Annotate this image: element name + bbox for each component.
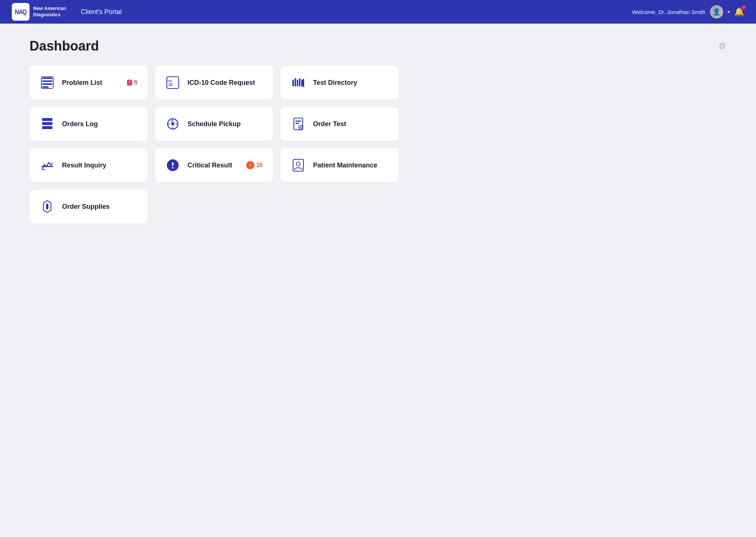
svg-point-2 <box>24 14 26 16</box>
svg-rect-5 <box>42 83 52 85</box>
svg-rect-3 <box>42 77 52 79</box>
test-directory-icon <box>291 76 306 89</box>
svg-rect-27 <box>295 121 301 122</box>
card-test-directory[interactable]: Test Directory <box>281 66 399 100</box>
card-label-critical-result: Critical Result <box>188 162 239 169</box>
page-header: Dashboard ⚙ <box>30 38 726 54</box>
svg-point-37 <box>296 162 300 166</box>
svg-rect-35 <box>172 167 173 169</box>
card-critical-result[interactable]: Critical Result!15 <box>155 148 273 182</box>
badge-count: 15 <box>256 162 263 169</box>
dashboard-grid: Problem List!5 ICD 10 ICD-10 Code Reques… <box>30 66 399 224</box>
svg-rect-18 <box>42 122 52 125</box>
notification-badge <box>742 6 746 9</box>
order-test-icon <box>291 117 306 131</box>
card-label-icd10-code: ICD-10 Code Request <box>188 79 263 87</box>
svg-rect-19 <box>42 126 52 129</box>
badge-critical-result: !15 <box>246 161 263 169</box>
svg-rect-13 <box>297 80 298 86</box>
problem-list-icon <box>40 76 55 89</box>
header: NAD New American Diagnostics Client's Po… <box>0 0 756 24</box>
card-label-orders-log: Orders Log <box>62 120 137 128</box>
card-label-test-directory: Test Directory <box>313 79 388 87</box>
order-supplies-icon <box>40 200 55 213</box>
svg-rect-28 <box>295 123 299 124</box>
welcome-text: Welcome, Dr. Jonathan Smith <box>632 9 705 15</box>
badge-icon: ! <box>127 80 132 86</box>
nav-title: Client's Portal <box>81 8 121 16</box>
svg-rect-6 <box>42 86 49 88</box>
svg-text:ICD: ICD <box>168 80 172 82</box>
svg-text:10: 10 <box>168 83 173 87</box>
card-label-schedule-pickup: Schedule Pickup <box>188 120 263 128</box>
svg-rect-34 <box>172 162 173 166</box>
header-right: Welcome, Dr. Jonathan Smith 👤 ▾ 🔔 <box>632 5 744 18</box>
logo-text: New American Diagnostics <box>33 6 66 18</box>
schedule-pickup-icon <box>165 117 180 131</box>
settings-button[interactable]: ⚙ <box>718 41 726 51</box>
svg-rect-16 <box>303 79 304 87</box>
svg-rect-39 <box>46 204 48 209</box>
card-label-problem-list: Problem List <box>62 79 120 87</box>
card-icd10-code[interactable]: ICD 10 ICD-10 Code Request <box>155 66 273 100</box>
main-content: Dashboard ⚙ Problem List!5 ICD 10 ICD-10… <box>0 24 756 238</box>
result-inquiry-icon <box>40 159 55 172</box>
logo-box: NAD <box>12 3 30 21</box>
svg-rect-11 <box>292 80 294 86</box>
card-label-order-supplies: Order Supplies <box>62 203 137 211</box>
card-label-patient-maintenance: Patient Maintenance <box>313 162 388 169</box>
svg-rect-4 <box>42 80 52 82</box>
badge-problem-list: !5 <box>127 79 137 86</box>
logo-area: NAD New American Diagnostics <box>12 3 66 21</box>
profile-dropdown-button[interactable]: ▾ <box>728 9 730 14</box>
header-left: NAD New American Diagnostics Client's Po… <box>12 3 122 21</box>
patient-maintenance-icon <box>291 159 306 172</box>
badge-icon: ! <box>246 161 254 169</box>
svg-rect-15 <box>301 80 303 86</box>
avatar: 👤 <box>710 5 723 18</box>
icd10-icon: ICD 10 <box>165 76 180 89</box>
svg-rect-12 <box>295 78 296 86</box>
svg-rect-14 <box>299 78 300 86</box>
badge-count: 5 <box>134 79 137 86</box>
orders-log-icon <box>40 117 55 131</box>
card-schedule-pickup[interactable]: Schedule Pickup <box>155 107 273 141</box>
card-label-result-inquiry: Result Inquiry <box>62 162 137 169</box>
card-result-inquiry[interactable]: Result Inquiry <box>30 148 148 182</box>
card-problem-list[interactable]: Problem List!5 <box>30 66 148 100</box>
card-order-test[interactable]: Order Test <box>281 107 399 141</box>
card-order-supplies[interactable]: Order Supplies <box>30 190 148 224</box>
page-title: Dashboard <box>30 38 99 54</box>
nad-logo-icon: NAD <box>13 4 28 19</box>
critical-result-icon <box>165 159 180 172</box>
notification-bell-button[interactable]: 🔔 <box>734 7 744 17</box>
card-label-order-test: Order Test <box>313 120 388 128</box>
card-orders-log[interactable]: Orders Log <box>30 107 148 141</box>
svg-rect-17 <box>42 118 52 121</box>
card-patient-maintenance[interactable]: Patient Maintenance <box>281 148 399 182</box>
